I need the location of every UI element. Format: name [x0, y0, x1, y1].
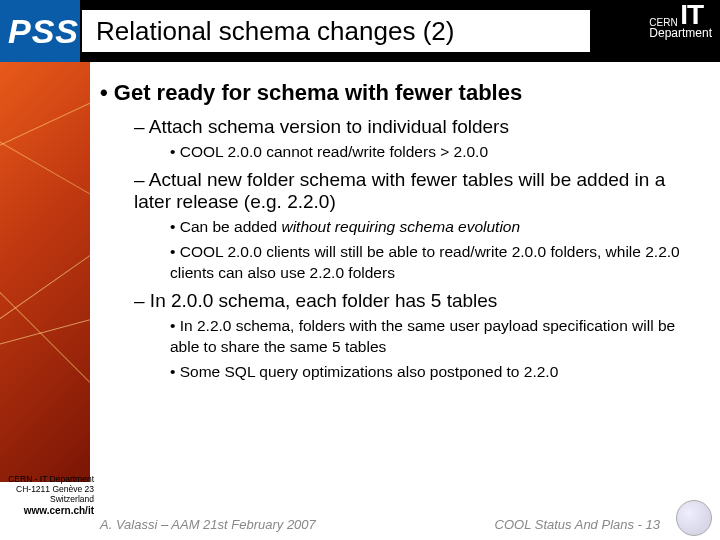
- bullet-sub: Actual new folder schema with fewer tabl…: [134, 169, 700, 213]
- slide-footer: CERN - IT Department CH-1211 Genève 23 S…: [0, 480, 720, 540]
- bullet-sub: In 2.0.0 schema, each folder has 5 table…: [134, 290, 700, 312]
- cern-label: CERN: [649, 17, 677, 28]
- globe-icon: [676, 500, 712, 536]
- footer-author: A. Valassi – AAM 21st February 2007: [100, 517, 316, 532]
- title-band: Relational schema changes (2): [82, 10, 590, 52]
- sidebar-graphic: [0, 62, 90, 482]
- cern-it-logo: CERN IT Department: [649, 4, 712, 40]
- bullet-sub2: Can be added without requiring schema ev…: [170, 217, 700, 238]
- bullet-sub2: COOL 2.0.0 clients will still be able to…: [170, 242, 700, 284]
- bullet-sub: Attach schema version to individual fold…: [134, 116, 700, 138]
- bullet-sub2: In 2.2.0 schema, folders with the same u…: [170, 316, 700, 358]
- dept-url: www.cern.ch/it: [2, 505, 94, 517]
- slide-title: Relational schema changes (2): [96, 16, 454, 47]
- slide-content: Get ready for schema with fewer tables A…: [100, 80, 700, 386]
- addr-line: Switzerland: [2, 495, 94, 505]
- bullet-sub2: Some SQL query optimizations also postpo…: [170, 362, 700, 383]
- dept-address: CERN - IT Department CH-1211 Genève 23 S…: [2, 475, 94, 516]
- slide-header: PSS Relational schema changes (2) CERN I…: [0, 0, 720, 62]
- bullet-sub2: COOL 2.0.0 cannot read/write folders > 2…: [170, 142, 700, 163]
- pss-logo: PSS: [0, 12, 79, 51]
- bullet-main: Get ready for schema with fewer tables: [100, 80, 700, 106]
- dept-text: Department: [649, 26, 712, 40]
- footer-page: COOL Status And Plans - 13: [495, 517, 660, 532]
